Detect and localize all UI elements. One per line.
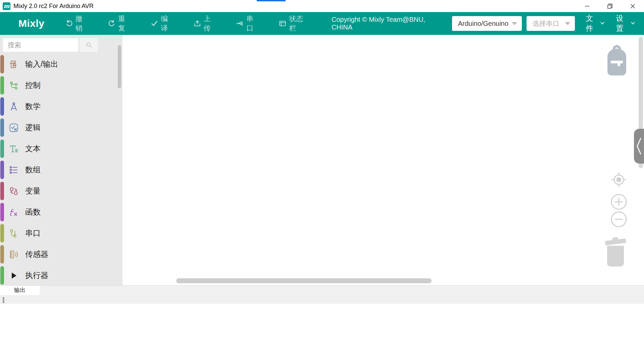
workspace-canvas[interactable] [122, 35, 644, 285]
upload-icon [194, 20, 201, 27]
text-icon [8, 143, 19, 154]
control-icon [8, 80, 19, 91]
trash-icon[interactable] [603, 236, 628, 268]
collapse-panel-tab[interactable] [634, 129, 644, 164]
chevron-left-icon [635, 134, 643, 158]
redo-icon [108, 20, 115, 27]
minimize-icon [585, 4, 590, 9]
output-tabbar: 输出 [0, 286, 644, 295]
statusbar-button[interactable]: 状态栏 [279, 14, 307, 33]
caret-down-icon [512, 22, 517, 25]
main-toolbar: Mixly 撤销重复编译上传串口状态栏 Copyright © Mixly Te… [0, 12, 644, 35]
category-color-bar [0, 182, 4, 200]
category-color-bar [0, 224, 4, 242]
sidebar-item-variable[interactable]: 变量 [0, 180, 122, 201]
splitter-grip[interactable] [3, 297, 4, 303]
zoom-out-button[interactable] [610, 211, 628, 228]
sidebar-item-sensor[interactable]: 传感器 [0, 244, 122, 265]
minimize-button[interactable] [576, 0, 598, 12]
close-button[interactable] [621, 0, 644, 12]
sidebar-item-text[interactable]: 文本 [0, 138, 122, 159]
undo-button[interactable]: 撤销 [65, 14, 87, 33]
undo-icon [65, 20, 73, 27]
function-icon [8, 207, 19, 218]
variable-icon [8, 186, 19, 196]
logic-icon [8, 122, 19, 133]
port-select[interactable]: 选择串口 [527, 16, 575, 31]
titlebar-accent [257, 0, 286, 1]
settings-menu[interactable]: 设置 [616, 13, 635, 34]
sidebar-item-actuator[interactable]: 执行器 [0, 265, 122, 286]
sidebar-item-array[interactable]: 数组 [0, 159, 122, 180]
restore-icon [607, 4, 612, 9]
mixly-logo-icon: m [3, 2, 10, 10]
sidebar-scrollbar[interactable] [118, 45, 121, 88]
close-icon [630, 4, 635, 9]
compile-check-icon [151, 20, 158, 27]
sidebar-item-logic[interactable]: 逻辑 [0, 117, 122, 138]
serial-usb-button[interactable]: 串口 [236, 14, 258, 33]
category-color-bar [0, 139, 4, 158]
caret-down-icon [565, 22, 570, 25]
search-input[interactable] [3, 38, 79, 52]
chevron-down-icon [630, 19, 636, 28]
search-icon [86, 42, 92, 48]
search-button[interactable] [80, 38, 98, 52]
sidebar-item-function[interactable]: 函数 [0, 201, 122, 223]
mixly-window: m Mixly 2.0 rc2 For Arduino AVR Mixly 撤销… [0, 0, 644, 346]
zoom-in-button[interactable] [610, 193, 628, 211]
category-color-bar [0, 76, 4, 95]
restore-button[interactable] [598, 0, 621, 12]
category-color-bar [0, 97, 4, 116]
math-icon [8, 101, 19, 112]
sidebar-item-control[interactable]: 控制 [0, 75, 122, 96]
actuator-icon [8, 270, 19, 281]
category-color-bar [0, 245, 4, 264]
category-color-bar [0, 203, 4, 221]
sensor-icon [8, 249, 19, 260]
titlebar: m Mixly 2.0 rc2 For Arduino AVR [0, 0, 644, 12]
file-menu[interactable]: 文件 [586, 13, 605, 34]
board-select[interactable]: Arduino/Genuino [452, 16, 522, 31]
compile-check-button[interactable]: 编译 [151, 14, 172, 33]
io-icon [8, 59, 19, 70]
category-color-bar [0, 266, 4, 285]
redo-button[interactable]: 重复 [108, 14, 130, 33]
array-icon [8, 165, 19, 175]
serial-usb-icon [236, 20, 244, 27]
statusbar-icon [279, 20, 286, 27]
sidebar-item-serial-cable[interactable]: 串口 [0, 223, 122, 244]
center-view-button[interactable] [610, 171, 628, 188]
backpack-icon[interactable] [606, 44, 628, 77]
sidebar-item-io[interactable]: 输入/输出 [0, 54, 122, 75]
sidebar-item-math[interactable]: 数学 [0, 96, 122, 117]
window-title: Mixly 2.0 rc2 For Arduino AVR [13, 3, 94, 10]
category-color-bar [0, 118, 4, 137]
canvas-horizontal-scrollbar[interactable] [176, 278, 432, 283]
serial-cable-icon [8, 228, 19, 239]
chevron-down-icon [600, 19, 605, 28]
mixly-brand[interactable]: Mixly [18, 18, 45, 29]
tab-output[interactable]: 输出 [0, 286, 40, 295]
category-list: 输入/输出控制数学逻辑文本数组变量函数串口传感器执行器 [0, 54, 122, 286]
block-category-sidebar: 输入/输出控制数学逻辑文本数组变量函数串口传感器执行器 [0, 35, 122, 285]
output-console [0, 304, 644, 346]
output-splitter[interactable] [0, 295, 644, 304]
upload-button[interactable]: 上传 [194, 14, 215, 33]
category-color-bar [0, 161, 4, 179]
copyright-text: Copyright © Mixly Team@BNU, CHINA [332, 16, 437, 31]
category-color-bar [0, 55, 4, 73]
